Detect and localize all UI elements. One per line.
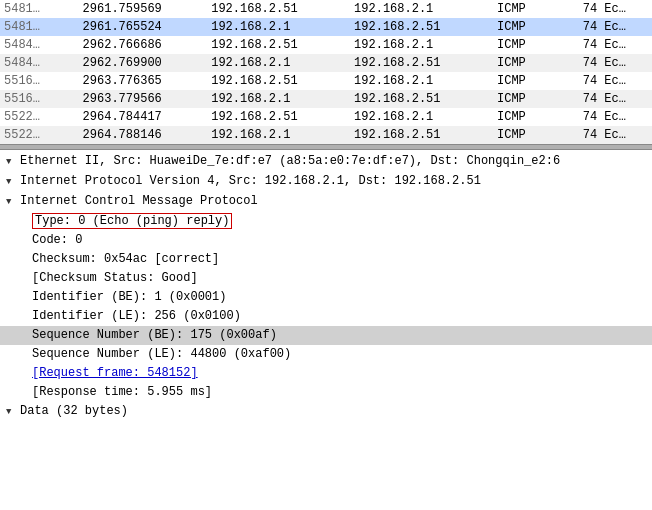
cell-dst: 192.168.2.51 xyxy=(350,90,493,108)
ethernet-row[interactable]: Ethernet II, Src: HuaweiDe_7e:df:e7 (a8:… xyxy=(0,152,652,172)
cell-no: 5481… xyxy=(0,18,79,36)
icmp-row[interactable]: Internet Control Message Protocol xyxy=(0,192,652,212)
expand-icmp-icon xyxy=(6,193,18,211)
cell-no: 5522… xyxy=(0,126,79,144)
cell-dst: 192.168.2.51 xyxy=(350,126,493,144)
icmp-field-seq_le: Sequence Number (LE): 44800 (0xaf00) xyxy=(0,345,652,364)
field-value: [Response time: 5.955 ms] xyxy=(32,385,212,399)
field-value: Checksum: 0x54ac [correct] xyxy=(32,252,219,266)
icmp-field-code: Code: 0 xyxy=(0,231,652,250)
cell-len: 74 Ec… xyxy=(579,36,652,54)
cell-len: 74 Ec… xyxy=(579,72,652,90)
ethernet-label: Ethernet II, Src: HuaweiDe_7e:df:e7 (a8:… xyxy=(20,154,560,168)
cell-src: 192.168.2.1 xyxy=(207,90,350,108)
cell-proto: ICMP xyxy=(493,126,579,144)
cell-src: 192.168.2.51 xyxy=(207,0,350,18)
type-value: Type: 0 (Echo (ping) reply) xyxy=(32,213,232,229)
cell-time: 2964.788146 xyxy=(79,126,208,144)
field-value: Code: 0 xyxy=(32,233,82,247)
ip-row[interactable]: Internet Protocol Version 4, Src: 192.16… xyxy=(0,172,652,192)
detail-panel: Ethernet II, Src: HuaweiDe_7e:df:e7 (a8:… xyxy=(0,150,652,420)
cell-dst: 192.168.2.1 xyxy=(350,108,493,126)
cell-dst: 192.168.2.1 xyxy=(350,72,493,90)
cell-time: 2962.766686 xyxy=(79,36,208,54)
cell-src: 192.168.2.1 xyxy=(207,54,350,72)
field-value: Sequence Number (BE): 175 (0x00af) xyxy=(32,328,277,342)
icmp-label: Internet Control Message Protocol xyxy=(20,194,258,208)
cell-src: 192.168.2.51 xyxy=(207,108,350,126)
table-row[interactable]: 5522…2964.784417192.168.2.51192.168.2.1I… xyxy=(0,108,652,126)
cell-proto: ICMP xyxy=(493,72,579,90)
table-row[interactable]: 5481…2961.765524192.168.2.1192.168.2.51I… xyxy=(0,18,652,36)
cell-no: 5484… xyxy=(0,36,79,54)
icmp-field-identifier_le: Identifier (LE): 256 (0x0100) xyxy=(0,307,652,326)
icmp-field-checksum: Checksum: 0x54ac [correct] xyxy=(0,250,652,269)
cell-len: 74 Ec… xyxy=(579,126,652,144)
cell-len: 74 Ec… xyxy=(579,108,652,126)
cell-time: 2962.769900 xyxy=(79,54,208,72)
field-value: Identifier (BE): 1 (0x0001) xyxy=(32,290,226,304)
ip-label: Internet Protocol Version 4, Src: 192.16… xyxy=(20,174,481,188)
icmp-field-response_time: [Response time: 5.955 ms] xyxy=(0,383,652,402)
cell-src: 192.168.2.1 xyxy=(207,18,350,36)
table-row[interactable]: 5522…2964.788146192.168.2.1192.168.2.51I… xyxy=(0,126,652,144)
cell-no: 5522… xyxy=(0,108,79,126)
cell-proto: ICMP xyxy=(493,54,579,72)
field-value: [Checksum Status: Good] xyxy=(32,271,198,285)
request-frame-link[interactable]: [Request frame: 548152] xyxy=(32,366,198,380)
cell-dst: 192.168.2.51 xyxy=(350,54,493,72)
cell-src: 192.168.2.1 xyxy=(207,126,350,144)
icmp-field-checksum_status: [Checksum Status: Good] xyxy=(0,269,652,288)
table-row[interactable]: 5484…2962.766686192.168.2.51192.168.2.1I… xyxy=(0,36,652,54)
cell-proto: ICMP xyxy=(493,90,579,108)
cell-src: 192.168.2.51 xyxy=(207,72,350,90)
cell-len: 74 Ec… xyxy=(579,90,652,108)
table-row[interactable]: 5516…2963.779566192.168.2.1192.168.2.51I… xyxy=(0,90,652,108)
cell-time: 2963.779566 xyxy=(79,90,208,108)
icmp-field-seq_be: Sequence Number (BE): 175 (0x00af) xyxy=(0,326,652,345)
field-value: Identifier (LE): 256 (0x0100) xyxy=(32,309,241,323)
cell-dst: 192.168.2.1 xyxy=(350,0,493,18)
cell-proto: ICMP xyxy=(493,0,579,18)
icmp-field-request_frame[interactable]: [Request frame: 548152] xyxy=(0,364,652,383)
table-row[interactable]: 5516…2963.776365192.168.2.51192.168.2.1I… xyxy=(0,72,652,90)
field-value: Sequence Number (LE): 44800 (0xaf00) xyxy=(32,347,291,361)
cell-time: 2961.765524 xyxy=(79,18,208,36)
cell-no: 5484… xyxy=(0,54,79,72)
cell-time: 2963.776365 xyxy=(79,72,208,90)
expand-ip-icon xyxy=(6,173,18,191)
expand-ethernet-icon xyxy=(6,153,18,171)
cell-no: 5516… xyxy=(0,72,79,90)
data-row[interactable]: Data (32 bytes) xyxy=(0,402,652,420)
cell-proto: ICMP xyxy=(493,108,579,126)
packet-table: 5481…2961.759569192.168.2.51192.168.2.1I… xyxy=(0,0,652,144)
cell-no: 5481… xyxy=(0,0,79,18)
icmp-field-identifier_be: Identifier (BE): 1 (0x0001) xyxy=(0,288,652,307)
cell-len: 74 Ec… xyxy=(579,0,652,18)
cell-len: 74 Ec… xyxy=(579,54,652,72)
cell-proto: ICMP xyxy=(493,36,579,54)
cell-dst: 192.168.2.1 xyxy=(350,36,493,54)
cell-time: 2961.759569 xyxy=(79,0,208,18)
data-label: Data (32 bytes) xyxy=(20,404,128,418)
cell-src: 192.168.2.51 xyxy=(207,36,350,54)
cell-time: 2964.784417 xyxy=(79,108,208,126)
packet-list-panel: 5481…2961.759569192.168.2.51192.168.2.1I… xyxy=(0,0,652,144)
cell-len: 74 Ec… xyxy=(579,18,652,36)
cell-no: 5516… xyxy=(0,90,79,108)
table-row[interactable]: 5481…2961.759569192.168.2.51192.168.2.1I… xyxy=(0,0,652,18)
cell-proto: ICMP xyxy=(493,18,579,36)
icmp-field-type_line: Type: 0 (Echo (ping) reply) xyxy=(0,212,652,231)
cell-dst: 192.168.2.51 xyxy=(350,18,493,36)
table-row[interactable]: 5484…2962.769900192.168.2.1192.168.2.51I… xyxy=(0,54,652,72)
expand-data-icon xyxy=(6,403,18,420)
